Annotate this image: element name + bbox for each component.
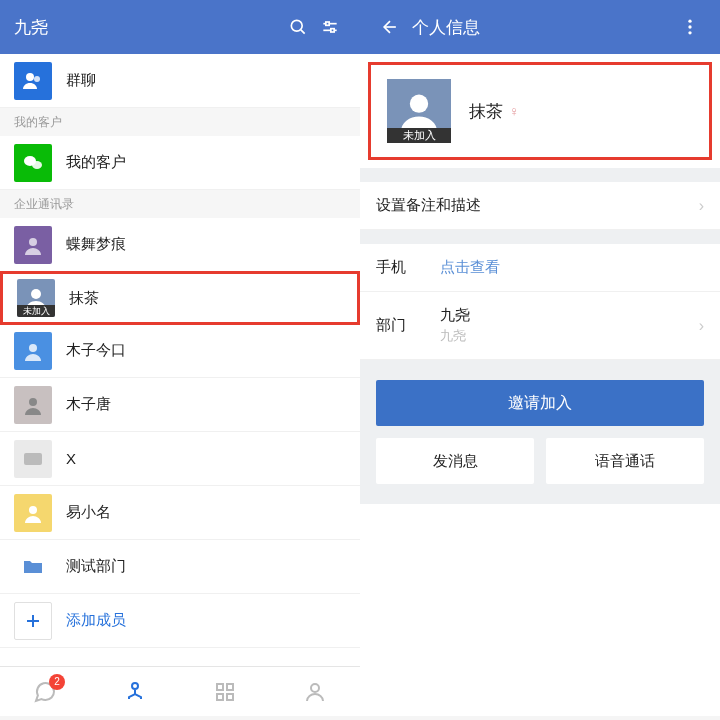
contact-row[interactable]: 木子今口 bbox=[0, 324, 360, 378]
contact-row[interactable]: 蝶舞梦痕 bbox=[0, 218, 360, 272]
dept-sub: 九尧 bbox=[440, 327, 699, 345]
contact-avatar bbox=[14, 440, 52, 478]
contact-avatar bbox=[14, 386, 52, 424]
contact-avatar: 未加入 bbox=[17, 279, 55, 317]
svg-rect-19 bbox=[217, 684, 223, 690]
bottom-nav: 2 bbox=[0, 666, 360, 716]
profile-avatar[interactable]: 未加入 bbox=[387, 79, 451, 143]
dept-key: 部门 bbox=[376, 316, 440, 335]
svg-point-10 bbox=[29, 238, 37, 246]
appbar-left: 九尧 bbox=[0, 0, 360, 54]
svg-point-0 bbox=[291, 20, 302, 31]
not-joined-badge: 未加入 bbox=[17, 305, 55, 317]
contact-name: 抹茶 bbox=[69, 289, 99, 308]
nav-me[interactable] bbox=[297, 674, 333, 710]
invite-button[interactable]: 邀请加入 bbox=[376, 380, 704, 426]
svg-rect-14 bbox=[24, 453, 42, 465]
svg-point-28 bbox=[410, 95, 428, 113]
add-member-label: 添加成员 bbox=[66, 611, 126, 630]
nav-badge: 2 bbox=[49, 674, 65, 690]
svg-rect-5 bbox=[331, 29, 334, 32]
contact-name: 木子唐 bbox=[66, 395, 111, 414]
groupchat-icon bbox=[14, 62, 52, 100]
settings-filter-icon[interactable] bbox=[314, 11, 346, 43]
wechat-icon bbox=[14, 144, 52, 182]
member-count: 共8人，1人未加入 bbox=[0, 648, 360, 666]
contact-avatar bbox=[14, 332, 52, 370]
contact-row[interactable]: X bbox=[0, 432, 360, 486]
nav-contacts[interactable] bbox=[117, 674, 153, 710]
not-joined-badge: 未加入 bbox=[387, 128, 451, 143]
action-area: 邀请加入 发消息 语音通话 bbox=[360, 360, 720, 504]
contact-name: X bbox=[66, 450, 76, 467]
chevron-right-icon: › bbox=[699, 317, 704, 335]
nav-workspace[interactable] bbox=[207, 674, 243, 710]
groupchat-row[interactable]: 群聊 bbox=[0, 54, 360, 108]
contact-avatar bbox=[14, 548, 52, 586]
myclients-row[interactable]: 我的客户 bbox=[0, 136, 360, 190]
contact-name: 测试部门 bbox=[66, 557, 126, 576]
svg-point-9 bbox=[32, 161, 42, 169]
svg-point-13 bbox=[29, 398, 37, 406]
phone-key: 手机 bbox=[376, 258, 440, 277]
svg-point-7 bbox=[34, 76, 40, 82]
voice-call-button[interactable]: 语音通话 bbox=[546, 438, 704, 484]
nav-chats[interactable]: 2 bbox=[27, 674, 63, 710]
app-title: 九尧 bbox=[14, 16, 48, 39]
appbar-right: 个人信息 bbox=[360, 0, 720, 54]
remark-row[interactable]: 设置备注和描述 › bbox=[360, 182, 720, 230]
contact-row[interactable]: 木子唐 bbox=[0, 378, 360, 432]
contact-avatar bbox=[14, 226, 52, 264]
section-myclients: 我的客户 bbox=[0, 108, 360, 136]
contact-list: 群聊 我的客户 我的客户 企业通讯录 蝶舞梦痕未加入抹茶木子今口木子唐X易小名测… bbox=[0, 54, 360, 666]
myclients-label: 我的客户 bbox=[66, 153, 126, 172]
svg-rect-22 bbox=[227, 694, 233, 700]
svg-rect-4 bbox=[326, 22, 329, 25]
svg-point-6 bbox=[26, 73, 34, 81]
groupchat-label: 群聊 bbox=[66, 71, 96, 90]
contact-row[interactable]: 测试部门 bbox=[0, 540, 360, 594]
more-icon[interactable] bbox=[674, 11, 706, 43]
section-orgdir: 企业通讯录 bbox=[0, 190, 360, 218]
phone-val[interactable]: 点击查看 bbox=[440, 258, 704, 277]
add-icon bbox=[14, 602, 52, 640]
gender-icon: ♀ bbox=[509, 103, 520, 119]
contact-name: 易小名 bbox=[66, 503, 111, 522]
svg-point-26 bbox=[688, 25, 691, 28]
svg-point-11 bbox=[31, 289, 41, 299]
dept-val: 九尧 bbox=[440, 306, 699, 325]
svg-point-27 bbox=[688, 31, 691, 34]
profile-name: 抹茶 bbox=[469, 100, 503, 123]
send-message-button[interactable]: 发消息 bbox=[376, 438, 534, 484]
profile-title: 个人信息 bbox=[412, 16, 480, 39]
contact-name: 木子今口 bbox=[66, 341, 126, 360]
contact-row[interactable]: 未加入抹茶 bbox=[0, 271, 360, 325]
svg-point-23 bbox=[311, 684, 319, 692]
svg-point-18 bbox=[132, 683, 138, 689]
add-member-row[interactable]: 添加成员 bbox=[0, 594, 360, 648]
svg-rect-21 bbox=[217, 694, 223, 700]
phone-row[interactable]: 手机 点击查看 bbox=[360, 244, 720, 292]
svg-point-15 bbox=[29, 506, 37, 514]
svg-point-12 bbox=[29, 344, 37, 352]
contact-avatar bbox=[14, 494, 52, 532]
contact-name: 蝶舞梦痕 bbox=[66, 235, 126, 254]
contacts-pane: 九尧 群聊 我的客户 我的客户 企业通讯录 蝶舞梦痕未加入抹茶木子今口木子唐X易… bbox=[0, 0, 360, 716]
search-icon[interactable] bbox=[282, 11, 314, 43]
profile-card-highlight: 未加入 抹茶 ♀ bbox=[368, 62, 712, 160]
profile-card[interactable]: 未加入 抹茶 ♀ bbox=[371, 65, 709, 157]
svg-rect-20 bbox=[227, 684, 233, 690]
contact-row[interactable]: 易小名 bbox=[0, 486, 360, 540]
back-icon[interactable] bbox=[374, 11, 406, 43]
dept-row[interactable]: 部门 九尧 九尧 › bbox=[360, 292, 720, 360]
svg-line-1 bbox=[301, 30, 305, 34]
remark-label: 设置备注和描述 bbox=[376, 196, 699, 215]
chevron-right-icon: › bbox=[699, 197, 704, 215]
svg-point-25 bbox=[688, 20, 691, 23]
profile-pane: 个人信息 未加入 抹茶 ♀ 设置备注和描述 › 手机 点击查看 部门 九尧 bbox=[360, 0, 720, 716]
